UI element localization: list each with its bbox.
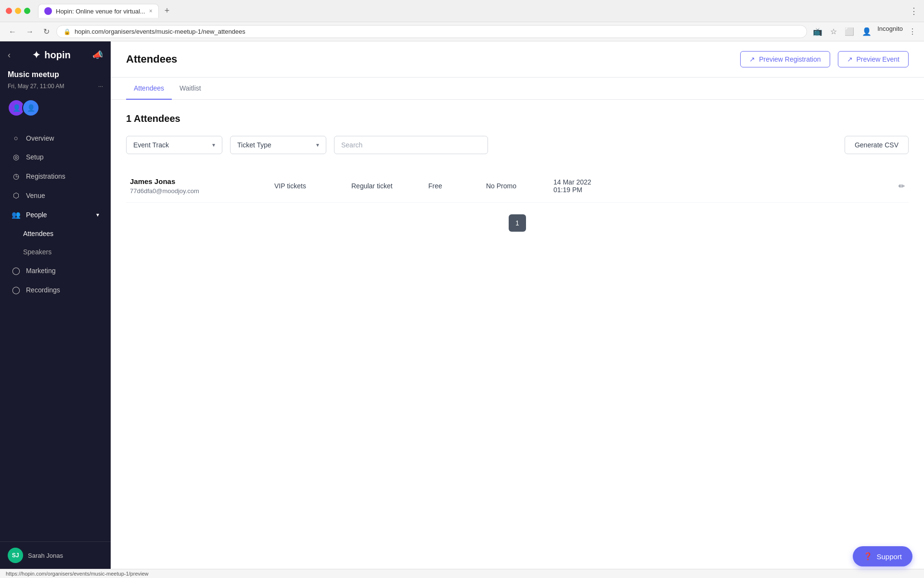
back-button[interactable]: ← xyxy=(6,26,19,38)
attendee-ticket: Regular ticket xyxy=(351,182,409,190)
generate-csv-button[interactable]: Generate CSV xyxy=(845,136,909,154)
preview-registration-icon: ↗ xyxy=(749,55,755,63)
filters-row: Event Track ▾ Ticket Type ▾ Generate CSV xyxy=(126,136,909,154)
main-content: Attendees ↗ Preview Registration ↗ Previ… xyxy=(111,41,924,569)
header-actions: ↗ Preview Registration ↗ Preview Event xyxy=(740,51,909,67)
registrations-icon: ◷ xyxy=(12,172,20,181)
pagination: 1 xyxy=(126,214,909,232)
main-header: Attendees ↗ Preview Registration ↗ Previ… xyxy=(111,41,924,78)
tab-close-button[interactable]: × xyxy=(149,8,153,14)
tab-attendees[interactable]: Attendees xyxy=(126,78,172,100)
address-bar[interactable]: 🔒 hopin.com/organisers/events/music-meet… xyxy=(56,25,807,38)
table-row: James Jonas 77d6dfa0@moodjoy.com VIP tic… xyxy=(126,170,909,203)
sidebar-item-label-attendees: Attendees xyxy=(23,230,53,237)
sidebar-item-overview[interactable]: ○ Overview xyxy=(4,129,107,147)
event-more-button[interactable]: ··· xyxy=(98,83,103,90)
content-area: 1 Attendees Event Track ▾ Ticket Type ▾ … xyxy=(111,100,924,245)
status-bar: https://hopin.com/organisers/events/musi… xyxy=(0,569,924,578)
sidebar-item-venue[interactable]: ⬡ Venue xyxy=(4,186,107,205)
sidebar-back-button[interactable]: ‹ xyxy=(8,50,11,60)
ticket-type-arrow-icon: ▾ xyxy=(316,142,319,148)
search-wrapper xyxy=(334,136,488,154)
sidebar-logo: ✦ hopin xyxy=(32,49,70,61)
browser-tabs: Hopin: Online venue for virtual... × + xyxy=(38,4,173,18)
preview-registration-button[interactable]: ↗ Preview Registration xyxy=(740,51,830,67)
sidebar-event-name: Music meetup xyxy=(0,68,111,81)
announcement-icon[interactable]: 📣 xyxy=(92,50,103,60)
sidebar-item-people[interactable]: 👥 People ▾ xyxy=(4,206,107,224)
extension-icon[interactable]: ⬜ xyxy=(843,25,856,38)
venue-icon: ⬡ xyxy=(12,191,20,200)
marketing-icon: ◯ xyxy=(12,266,20,275)
refresh-button[interactable]: ↻ xyxy=(40,25,52,38)
preview-event-label: Preview Event xyxy=(857,55,899,63)
support-icon: ❓ xyxy=(863,552,873,561)
tab-waitlist[interactable]: Waitlist xyxy=(172,78,209,100)
browser-chrome: Hopin: Online venue for virtual... × + ⋮… xyxy=(0,0,924,41)
sidebar-event-date: Fri, May 27, 11:00 AM ··· xyxy=(0,81,111,95)
sidebar-avatar-area: 👤 👤 xyxy=(0,95,111,124)
recordings-icon: ◯ xyxy=(12,286,20,294)
sidebar-item-label-registrations: Registrations xyxy=(26,172,65,180)
sidebar-item-setup[interactable]: ◎ Setup xyxy=(4,148,107,166)
sidebar-item-recordings[interactable]: ◯ Recordings xyxy=(4,281,107,299)
sidebar-item-label-speakers: Speakers xyxy=(23,248,51,256)
forward-button[interactable]: → xyxy=(23,26,37,38)
cast-icon[interactable]: 📺 xyxy=(811,25,824,38)
incognito-label: Incognito xyxy=(877,25,903,38)
setup-icon: ◎ xyxy=(12,153,20,161)
attendee-email: 77d6dfa0@moodjoy.com xyxy=(130,187,255,195)
browser-menu-button[interactable]: ⋮ xyxy=(910,6,918,16)
people-icon: 👥 xyxy=(12,210,20,219)
sidebar-item-label-setup: Setup xyxy=(26,153,44,161)
attendees-list: James Jonas 77d6dfa0@moodjoy.com VIP tic… xyxy=(126,170,909,203)
attendee-tag: VIP tickets xyxy=(274,182,332,190)
support-button[interactable]: ❓ Support xyxy=(853,546,912,566)
tab-waitlist-label: Waitlist xyxy=(180,84,201,92)
maximize-dot[interactable] xyxy=(24,8,30,14)
sidebar-item-marketing[interactable]: ◯ Marketing xyxy=(4,262,107,280)
tab-attendees-label: Attendees xyxy=(134,84,164,92)
minimize-dot[interactable] xyxy=(15,8,21,14)
attendee-edit-button[interactable]: ✏ xyxy=(898,182,905,191)
preview-registration-label: Preview Registration xyxy=(759,55,821,63)
attendee-price: Free xyxy=(428,182,467,190)
sidebar-item-speakers[interactable]: Speakers xyxy=(4,243,107,261)
attendee-date-time: 01:19 PM xyxy=(553,186,621,194)
event-date-text: Fri, May 27, 11:00 AM xyxy=(8,83,64,90)
sidebar-item-label-marketing: Marketing xyxy=(26,267,55,275)
browser-more-icon[interactable]: ⋮ xyxy=(907,25,918,38)
sidebar-item-attendees[interactable]: Attendees xyxy=(4,225,107,242)
star-icon[interactable]: ☆ xyxy=(828,25,839,38)
attendee-info: James Jonas 77d6dfa0@moodjoy.com xyxy=(130,177,255,195)
avatar-blue: 👤 xyxy=(22,99,39,117)
event-track-label: Event Track xyxy=(133,141,169,149)
browser-dots xyxy=(6,8,30,14)
footer-avatar-initials: SJ xyxy=(12,552,19,559)
attendees-count: 1 Attendees xyxy=(126,113,909,124)
tabs-bar: Attendees Waitlist xyxy=(111,78,924,100)
browser-navbar: ← → ↻ 🔒 hopin.com/organisers/events/musi… xyxy=(0,22,924,41)
sidebar-item-registrations[interactable]: ◷ Registrations xyxy=(4,167,107,185)
account-icon[interactable]: 👤 xyxy=(860,25,873,38)
close-dot[interactable] xyxy=(6,8,12,14)
new-tab-button[interactable]: + xyxy=(161,4,174,18)
people-expand-icon: ▾ xyxy=(96,211,99,218)
tab-favicon xyxy=(44,7,52,15)
page-1-button[interactable]: 1 xyxy=(509,214,526,232)
search-input[interactable] xyxy=(334,136,488,154)
footer-user-name: Sarah Jonas xyxy=(28,552,63,559)
sidebar-item-label-people: People xyxy=(26,211,47,219)
app-layout: ‹ ✦ hopin 📣 Music meetup Fri, May 27, 11… xyxy=(0,41,924,569)
active-tab[interactable]: Hopin: Online venue for virtual... × xyxy=(38,4,159,18)
attendee-date: 14 Mar 2022 01:19 PM xyxy=(553,178,621,194)
preview-event-button[interactable]: ↗ Preview Event xyxy=(838,51,909,67)
preview-event-icon: ↗ xyxy=(847,55,853,63)
ticket-type-select[interactable]: Ticket Type ▾ xyxy=(230,136,326,154)
tab-title: Hopin: Online venue for virtual... xyxy=(56,8,145,15)
event-track-select[interactable]: Event Track ▾ xyxy=(126,136,222,154)
url-text: hopin.com/organisers/events/music-meetup… xyxy=(75,28,245,35)
sidebar-item-label-recordings: Recordings xyxy=(26,286,60,294)
sidebar: ‹ ✦ hopin 📣 Music meetup Fri, May 27, 11… xyxy=(0,41,111,569)
sidebar-item-label-venue: Venue xyxy=(26,192,45,199)
